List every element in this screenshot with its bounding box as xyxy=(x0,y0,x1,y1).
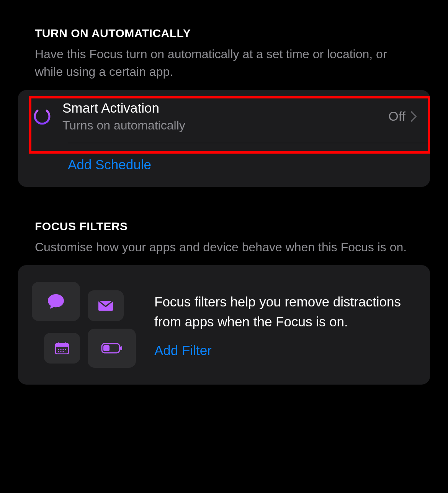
svg-point-7 xyxy=(62,349,64,350)
turn-on-automatically-section: TURN ON AUTOMATICALLY Have this Focus tu… xyxy=(18,27,430,187)
power-icon xyxy=(29,106,56,127)
filter-tiles xyxy=(32,282,136,368)
tile-battery xyxy=(88,329,136,368)
svg-point-5 xyxy=(58,349,59,350)
smart-activation-text: Smart Activation Turns on automatically xyxy=(56,100,388,133)
smart-activation-row[interactable]: Smart Activation Turns on automatically … xyxy=(18,90,430,143)
svg-rect-13 xyxy=(103,345,110,351)
svg-point-11 xyxy=(62,351,64,352)
settings-screen: TURN ON AUTOMATICALLY Have this Focus tu… xyxy=(0,0,448,385)
section-desc-turn-on-auto: Have this Focus turn on automatically at… xyxy=(35,45,413,81)
smart-activation-value: Off xyxy=(388,109,405,124)
svg-point-10 xyxy=(60,351,61,352)
mail-icon xyxy=(98,300,113,311)
svg-point-9 xyxy=(58,351,59,352)
svg-point-6 xyxy=(60,349,61,350)
turn-on-auto-card: Smart Activation Turns on automatically … xyxy=(18,90,430,187)
tile-mail xyxy=(88,290,124,321)
add-schedule-row[interactable]: Add Schedule xyxy=(18,143,430,187)
smart-activation-subtitle: Turns on automatically xyxy=(62,118,388,133)
messages-icon xyxy=(47,293,65,310)
section-header-turn-on-auto: TURN ON AUTOMATICALLY xyxy=(35,27,413,40)
section-desc-focus-filters: Customise how your apps and device behav… xyxy=(35,238,413,256)
svg-point-8 xyxy=(65,349,66,350)
focus-filters-section: FOCUS FILTERS Customise how your apps an… xyxy=(18,220,430,385)
focus-filters-card: Focus filters help you remove distractio… xyxy=(18,265,430,385)
battery-icon xyxy=(101,343,123,354)
calendar-icon xyxy=(55,342,69,354)
tile-calendar xyxy=(44,333,80,364)
tile-messages xyxy=(32,282,80,321)
svg-rect-2 xyxy=(56,344,69,347)
smart-activation-title: Smart Activation xyxy=(62,100,388,116)
add-filter-link[interactable]: Add Filter xyxy=(154,343,212,358)
add-schedule-label: Add Schedule xyxy=(68,157,151,172)
focus-filters-explainer: Focus filters help you remove distractio… xyxy=(154,292,416,332)
svg-rect-14 xyxy=(120,346,122,350)
section-header-focus-filters: FOCUS FILTERS xyxy=(35,220,413,233)
chevron-right-icon xyxy=(411,111,417,122)
section-spacer xyxy=(18,187,430,220)
focus-filters-text: Focus filters help you remove distractio… xyxy=(154,292,416,358)
